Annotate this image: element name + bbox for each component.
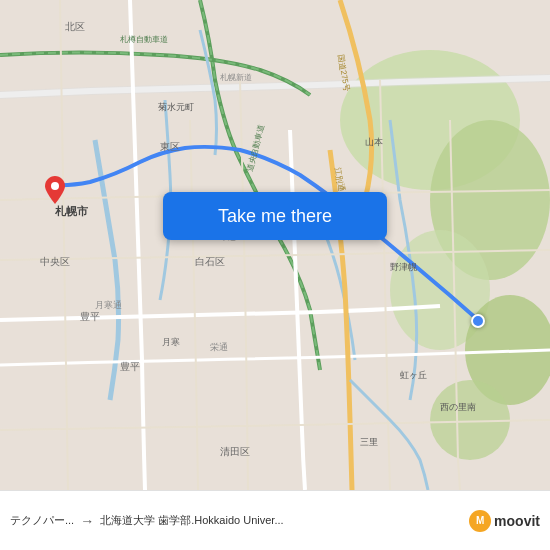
svg-point-5: [430, 380, 510, 460]
svg-text:山本: 山本: [365, 137, 383, 147]
svg-text:豊平: 豊平: [80, 311, 100, 322]
moovit-brand: M moovit: [469, 510, 540, 532]
destination-marker: [45, 176, 65, 196]
svg-text:札幌新道: 札幌新道: [220, 73, 252, 82]
svg-text:野津幌: 野津幌: [390, 262, 417, 272]
svg-text:月寒: 月寒: [162, 337, 180, 347]
svg-text:白石区: 白石区: [195, 256, 225, 267]
svg-text:北区: 北区: [65, 21, 85, 32]
take-me-there-button[interactable]: Take me there: [163, 192, 387, 240]
svg-text:清田区: 清田区: [220, 446, 250, 457]
svg-text:札幌市: 札幌市: [54, 205, 89, 217]
svg-text:西の里南: 西の里南: [440, 402, 476, 412]
svg-text:三里: 三里: [360, 437, 378, 447]
map-container: 北区 東区 札幌市 中央区 豊平 豊平 白石区 栄通 月寒通 山本 野津幌 虹ヶ…: [0, 0, 550, 490]
to-location: 北海道大学 歯学部.Hokkaido Univer...: [100, 513, 463, 528]
svg-text:月寒通: 月寒通: [95, 300, 122, 310]
svg-text:札樽自動車道: 札樽自動車道: [120, 35, 168, 44]
svg-point-29: [51, 182, 59, 190]
svg-text:豊平: 豊平: [120, 361, 140, 372]
svg-text:虹ヶ丘: 虹ヶ丘: [400, 370, 427, 380]
bottom-bar: テクノパー... → 北海道大学 歯学部.Hokkaido Univer... …: [0, 490, 550, 550]
moovit-logo-text: moovit: [494, 513, 540, 529]
direction-arrow: →: [80, 513, 94, 529]
map-background: 北区 東区 札幌市 中央区 豊平 豊平 白石区 栄通 月寒通 山本 野津幌 虹ヶ…: [0, 0, 550, 490]
svg-text:中央区: 中央区: [40, 256, 70, 267]
svg-text:菊水元町: 菊水元町: [158, 102, 194, 112]
svg-text:栄通: 栄通: [210, 342, 228, 352]
from-location: テクノパー...: [10, 513, 74, 528]
moovit-logo-icon: M: [469, 510, 491, 532]
svg-text:東区: 東区: [160, 141, 180, 152]
origin-marker: [471, 314, 485, 328]
